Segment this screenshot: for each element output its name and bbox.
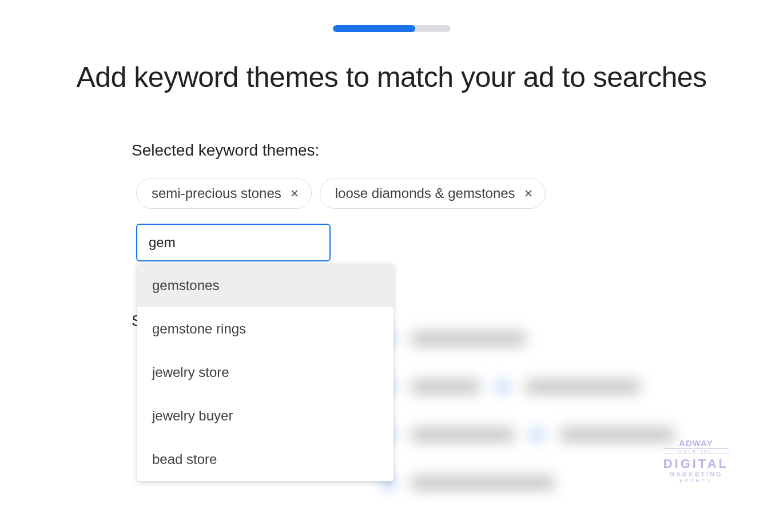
content-area: Selected keyword themes: semi-precious s… xyxy=(0,141,783,261)
suggestions-dropdown: gemstones gemstone rings jewelry store j… xyxy=(137,264,394,481)
suggestion-item[interactable]: bead store xyxy=(137,438,394,481)
page-title: Add keyword themes to match your ad to s… xyxy=(0,59,783,96)
chips-container: semi-precious stones loose diamonds & ge… xyxy=(136,178,737,261)
keyword-chip[interactable]: loose diamonds & gemstones xyxy=(320,178,546,209)
chip-label: loose diamonds & gemstones xyxy=(335,185,515,201)
watermark-word: MARKETING xyxy=(663,471,729,478)
suggestions-scroll[interactable]: gemstones gemstone rings jewelry store j… xyxy=(137,264,394,481)
chip-label: semi-precious stones xyxy=(152,185,281,201)
watermark-word: DIGITAL xyxy=(663,458,729,470)
suggestion-item[interactable]: jewelry store xyxy=(137,351,394,394)
watermark-logo: ADWAY CREATIVE DIGITAL MARKETING AGENCY xyxy=(663,439,729,483)
blurred-background xyxy=(383,315,783,532)
keyword-chip[interactable]: semi-precious stones xyxy=(136,178,312,209)
watermark-brand: ADWAY xyxy=(663,439,729,447)
watermark-word: AGENCY xyxy=(663,479,729,483)
suggestion-item[interactable]: gemstones xyxy=(137,264,394,307)
keyword-input-wrapper: gemstones gemstone rings jewelry store j… xyxy=(136,224,737,261)
suggestion-item[interactable]: jewelry buyer xyxy=(137,394,394,438)
suggestion-item[interactable]: gemstone rings xyxy=(137,307,394,351)
close-icon[interactable] xyxy=(288,187,301,200)
close-icon[interactable] xyxy=(522,187,535,200)
watermark-subtitle: CREATIVE xyxy=(663,448,729,454)
selected-themes-label: Selected keyword themes: xyxy=(132,141,737,160)
keyword-input[interactable] xyxy=(136,224,331,261)
progress-bar xyxy=(333,25,451,32)
progress-fill xyxy=(333,25,415,32)
progress-container xyxy=(0,0,783,32)
